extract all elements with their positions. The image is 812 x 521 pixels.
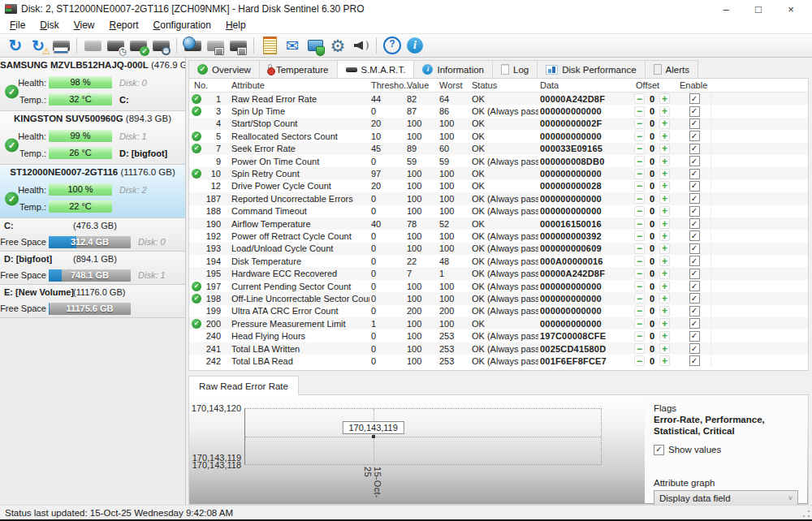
drive-globe-icon[interactable]: [181, 35, 204, 56]
tab[interactable]: Alerts: [645, 60, 698, 78]
smart-attribute-row[interactable]: 197 Current Pending Sector Count 0 100 1…: [189, 280, 808, 292]
offset-increase-button[interactable]: [659, 355, 670, 366]
offset-increase-button[interactable]: [659, 343, 670, 354]
offset-increase-button[interactable]: [659, 218, 670, 229]
menu-item[interactable]: Configuration: [146, 18, 218, 33]
attribute-graph-dropdown[interactable]: Display data field ˅: [654, 490, 798, 506]
resize-grip[interactable]: [802, 510, 810, 518]
offset-increase-button[interactable]: [659, 181, 670, 192]
volume-card[interactable]: C: (476.3 GB) Free Space 312.4 GB Disk: …: [0, 218, 185, 252]
column-header-no[interactable]: No.: [189, 80, 230, 90]
drive-connector-icon[interactable]: [204, 35, 227, 56]
menu-item[interactable]: Disk: [32, 18, 66, 33]
tab[interactable]: Overview: [188, 60, 260, 78]
drive-clock-icon[interactable]: [104, 35, 127, 56]
offset-decrease-button[interactable]: [634, 256, 645, 266]
offset-decrease-button[interactable]: [634, 293, 645, 304]
offset-increase-button[interactable]: [659, 243, 670, 254]
offset-increase-button[interactable]: [659, 269, 670, 279]
tab[interactable]: Temperature: [259, 60, 338, 78]
enable-checkbox[interactable]: [689, 306, 700, 316]
tab[interactable]: S.M.A.R.T.: [337, 60, 415, 78]
offset-increase-button[interactable]: [659, 293, 670, 304]
disk-card[interactable]: ST12000NE0007-2GT116 (11176.0 GB) Health…: [0, 165, 185, 218]
enable-checkbox[interactable]: [689, 243, 700, 254]
enable-checkbox[interactable]: [689, 156, 700, 166]
offset-decrease-button[interactable]: [634, 343, 645, 354]
enable-checkbox[interactable]: [689, 355, 700, 366]
menu-item[interactable]: View: [67, 18, 102, 33]
show-values-checkbox[interactable]: [654, 445, 664, 455]
column-header-attribute[interactable]: Attribute: [230, 80, 369, 90]
offset-decrease-button[interactable]: [634, 193, 645, 204]
smart-attribute-row[interactable]: 199 Ultra ATA CRC Error Count 0 200 200 …: [189, 305, 808, 317]
offset-decrease-button[interactable]: [634, 318, 645, 329]
chart-tab[interactable]: Raw Read Error Rate: [188, 376, 299, 395]
drive-plug-icon[interactable]: [227, 35, 249, 56]
offset-increase-button[interactable]: [659, 318, 670, 329]
offset-increase-button[interactable]: [659, 169, 670, 179]
offset-increase-button[interactable]: [659, 306, 670, 316]
enable-checkbox[interactable]: [689, 169, 700, 179]
smart-attribute-row[interactable]: 241 Total LBA Written 0 100 253 OK (Alwa…: [189, 342, 808, 355]
offset-decrease-button[interactable]: [634, 131, 645, 141]
smart-attribute-row[interactable]: 5 Reallocated Sectors Count 10 100 100 O…: [189, 130, 808, 142]
offset-decrease-button[interactable]: [634, 181, 645, 192]
minimize-button[interactable]: –: [710, 3, 742, 15]
smart-attribute-row[interactable]: 194 Disk Temperature 0 22 48 OK (Always …: [189, 255, 808, 267]
offset-increase-button[interactable]: [659, 93, 670, 104]
drive-search-icon[interactable]: [149, 35, 172, 56]
enable-checkbox[interactable]: [689, 93, 700, 104]
offset-increase-button[interactable]: [659, 118, 670, 129]
enable-checkbox[interactable]: [689, 106, 700, 117]
menu-item[interactable]: Report: [102, 18, 146, 33]
log-notepad-icon[interactable]: [258, 35, 281, 56]
offset-decrease-button[interactable]: [634, 106, 645, 117]
smart-attribute-row[interactable]: 7 Seek Error Rate 45 89 60 OK 000033E091…: [189, 143, 808, 155]
drive-check-icon[interactable]: [127, 35, 149, 56]
offset-decrease-button[interactable]: [634, 230, 645, 241]
smart-attribute-row[interactable]: 188 Command Timeout 0 100 100 OK (Always…: [189, 205, 808, 217]
offset-decrease-button[interactable]: [634, 243, 645, 254]
column-header-status[interactable]: Status: [470, 80, 538, 90]
offset-increase-button[interactable]: [659, 256, 670, 266]
enable-checkbox[interactable]: [689, 281, 700, 291]
refresh-icon[interactable]: [4, 35, 27, 56]
smart-attribute-row[interactable]: 9 Power On Time Count 0 59 59 OK (Always…: [189, 155, 808, 167]
column-header-enable[interactable]: Enable: [678, 80, 710, 90]
smart-attribute-row[interactable]: 193 Load/Unload Cycle Count 0 100 100 OK…: [189, 243, 808, 255]
offset-increase-button[interactable]: [659, 144, 670, 154]
column-header-offset[interactable]: Offset: [634, 80, 678, 90]
enable-checkbox[interactable]: [689, 193, 700, 204]
offset-decrease-button[interactable]: [634, 218, 645, 229]
toolbar-separator[interactable]: [253, 37, 254, 54]
offset-decrease-button[interactable]: [634, 156, 645, 166]
volume-card[interactable]: D: [bigfoot] (894.1 GB) Free Space 748.1…: [0, 252, 185, 285]
offset-increase-button[interactable]: [659, 331, 670, 342]
offset-decrease-button[interactable]: [634, 144, 645, 154]
refresh-warning-icon[interactable]: [27, 35, 50, 56]
enable-checkbox[interactable]: [689, 293, 700, 304]
enable-checkbox[interactable]: [689, 269, 700, 279]
offset-decrease-button[interactable]: [634, 281, 645, 291]
menu-item[interactable]: Help: [218, 18, 253, 33]
disk-properties-icon[interactable]: [50, 35, 72, 56]
offset-increase-button[interactable]: [659, 230, 670, 241]
offset-increase-button[interactable]: [659, 106, 670, 117]
toolbar-separator[interactable]: [76, 37, 77, 54]
enable-checkbox[interactable]: [689, 331, 700, 342]
offset-decrease-button[interactable]: [634, 206, 645, 217]
enable-checkbox[interactable]: [689, 181, 700, 192]
smart-attribute-row[interactable]: 12 Drive Power Cycle Count 20 100 100 OK…: [189, 180, 808, 192]
offset-decrease-button[interactable]: [634, 306, 645, 316]
close-button[interactable]: ×: [775, 3, 807, 15]
smart-attribute-row[interactable]: 187 Reported Uncorrectable Errors 0 100 …: [189, 192, 808, 205]
enable-checkbox[interactable]: [689, 230, 700, 241]
enable-checkbox[interactable]: [689, 144, 700, 154]
network-shield-icon[interactable]: [304, 35, 326, 56]
smart-attribute-row[interactable]: 192 Power off Retract Cycle Count 0 100 …: [189, 230, 808, 242]
tab[interactable]: Information: [413, 60, 493, 78]
column-header-threshold[interactable]: Thresho...: [369, 80, 405, 90]
offset-decrease-button[interactable]: [634, 355, 645, 366]
offset-increase-button[interactable]: [659, 156, 670, 166]
